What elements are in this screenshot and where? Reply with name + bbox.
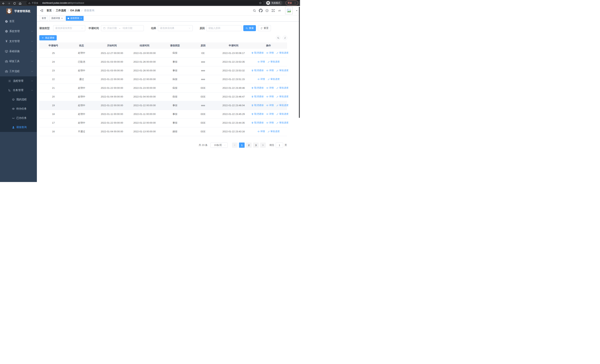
cancel-leave-link[interactable]: 取消请假 (251, 86, 263, 90)
detail-link[interactable]: 详情 (266, 112, 274, 116)
progress-link[interactable]: 审批进度 (276, 112, 289, 116)
leave-type-select[interactable]: 请选择请假类型 (53, 25, 85, 31)
sidebar-item-workflow[interactable]: 工作流程 (0, 66, 37, 76)
sidebar-item-task-mgmt[interactable]: 任务管理 (0, 86, 37, 95)
detail-link[interactable]: 详情 (266, 51, 274, 55)
tab-process-detail[interactable]: 流程详情 × (49, 16, 65, 21)
avatar-caret-icon[interactable] (296, 10, 298, 12)
reason-input[interactable]: 请输入原因 (206, 25, 242, 31)
breadcrumb-workflow[interactable]: 工作流程 (56, 9, 66, 12)
sidebar-item-my-process[interactable]: 我的流程 (0, 95, 37, 104)
update-label[interactable]: 更新 (288, 1, 292, 5)
bookmark-star-icon[interactable] (259, 1, 262, 4)
sidebar-item-payment[interactable]: ¥ 支付管理 (0, 36, 37, 46)
cancel-leave-link[interactable]: 取消请假 (251, 69, 263, 72)
page-size-select[interactable]: 10条/页 (210, 142, 227, 148)
tab-leave-query[interactable]: 请假查询 × (66, 16, 84, 21)
browser-menu-dots-icon[interactable] (294, 2, 296, 4)
table-row: 25 处理中 2021-12-27 00:00:00 2022-01-19 00… (39, 49, 287, 57)
progress-link[interactable]: 审批进度 (268, 78, 280, 81)
security-label[interactable]: 不安全 (32, 1, 38, 5)
progress-link[interactable]: 审批进度 (276, 121, 289, 124)
apply-time-label: 申请时间 (89, 25, 99, 31)
search-button[interactable]: 搜索 (243, 25, 256, 31)
sidebar-item-todo-tasks[interactable]: 待办任务 (0, 104, 37, 113)
page-button-3[interactable]: 3 (253, 142, 259, 148)
browser-back-icon[interactable] (2, 2, 5, 5)
tab-home[interactable]: 首页 (40, 16, 48, 21)
detail-link[interactable]: 详情 (266, 86, 274, 90)
show-search-toggle-button[interactable] (276, 36, 280, 40)
progress-link[interactable]: 审批进度 (268, 130, 280, 133)
sidebar-item-done-tasks[interactable]: 已办任务 (0, 113, 37, 123)
prev-page-button[interactable] (232, 142, 238, 148)
refresh-table-button[interactable] (283, 36, 287, 40)
search-icon[interactable] (253, 9, 256, 12)
main-area: 首页 / 工作流程 / OA 示例 / 请假查询 (37, 6, 300, 182)
sidebar-item-process-mgmt[interactable]: 流程管理 (0, 76, 37, 86)
cancel-leave-link[interactable]: 取消请假 (251, 112, 263, 116)
font-size-icon[interactable] (278, 9, 282, 12)
address-bar[interactable]: 不安全 dashboard.yudao.iocoder.cn/bpm/oa/le… (26, 1, 263, 5)
cancel-leave-link[interactable]: 取消请假 (251, 51, 263, 55)
close-icon[interactable]: × (61, 17, 63, 19)
cell-type: 事假 (161, 66, 189, 75)
progress-link[interactable]: 审批进度 (276, 95, 289, 98)
cancel-leave-link[interactable]: 取消请假 (251, 95, 263, 98)
detail-link[interactable]: 详情 (257, 78, 265, 81)
progress-link[interactable]: 审批进度 (276, 69, 289, 72)
help-icon[interactable] (265, 9, 269, 12)
page-button-1[interactable]: 1 (239, 142, 244, 148)
reset-button[interactable]: 重置 (258, 25, 271, 31)
trash-icon (251, 113, 254, 115)
progress-link[interactable]: 审批进度 (276, 86, 289, 90)
detail-link[interactable]: 详情 (266, 95, 274, 98)
result-select[interactable]: 请选择流结果 (158, 25, 193, 31)
cancel-leave-link[interactable]: 取消请假 (251, 104, 263, 107)
breadcrumb-oa-example[interactable]: OA 示例 (70, 9, 80, 12)
progress-link[interactable]: 审批进度 (276, 51, 289, 55)
sidebar-item-home[interactable]: 首页 (0, 16, 37, 26)
browser-reload-icon[interactable] (13, 2, 16, 5)
goto-page-input[interactable] (276, 142, 283, 148)
detail-link[interactable]: 详情 (266, 104, 274, 107)
cancel-leave-link[interactable]: 取消请假 (251, 121, 263, 124)
pen-icon (268, 130, 270, 133)
page-button-2[interactable]: 2 (246, 142, 252, 148)
page-scrollbar[interactable] (299, 7, 300, 118)
avatar[interactable] (285, 7, 293, 14)
app-logo[interactable]: 芋道管理系统 (0, 6, 37, 16)
sidebar-item-infra[interactable]: 基础设施 (0, 46, 37, 56)
sidebar-item-label: 支付管理 (9, 40, 20, 43)
github-icon[interactable] (259, 9, 262, 12)
eye-icon (266, 87, 269, 89)
progress-link[interactable]: 审批进度 (276, 104, 289, 107)
breadcrumb-home[interactable]: 首页 (47, 9, 52, 12)
sidebar-item-label: 工作流程 (9, 70, 20, 73)
sidebar-toggle-icon[interactable] (40, 9, 44, 12)
apply-time-range-picker[interactable]: 开始日期 - 结束日期 (101, 25, 144, 31)
col-status: 状态 (67, 42, 96, 49)
cell-id: 17 (39, 118, 67, 127)
sidebar-item-devtools[interactable]: 研发工具 (0, 56, 37, 66)
progress-link[interactable]: 审批进度 (268, 60, 280, 63)
cell-ops: 取消请假详情审批进度 (250, 101, 287, 110)
detail-link[interactable]: 详情 (266, 69, 274, 72)
detail-link[interactable]: 详情 (257, 60, 265, 63)
detail-link[interactable]: 详情 (266, 121, 274, 124)
fullscreen-icon[interactable] (272, 9, 275, 12)
browser-update-button[interactable]: 更新 (286, 0, 298, 5)
sidebar-item-system[interactable]: 系统管理 (0, 26, 37, 36)
browser-forward-icon[interactable] (7, 2, 10, 5)
cell-end: 2022-01-26 00:00:00 (128, 66, 161, 75)
next-page-button[interactable] (260, 142, 266, 148)
browser-home-icon[interactable] (19, 2, 22, 5)
sidebar-item-label: 系统管理 (9, 30, 20, 33)
cell-ops: 取消请假详情审批进度 (250, 110, 287, 118)
create-leave-button[interactable]: 发起请假 (39, 35, 57, 40)
close-icon[interactable]: × (80, 17, 82, 19)
cell-start: 2021-12-27 00:00:00 (96, 49, 128, 57)
cell-type: 事假 (161, 118, 189, 127)
sidebar-item-leave-query[interactable]: 请假查询 (0, 123, 37, 132)
detail-link[interactable]: 详情 (257, 130, 265, 133)
